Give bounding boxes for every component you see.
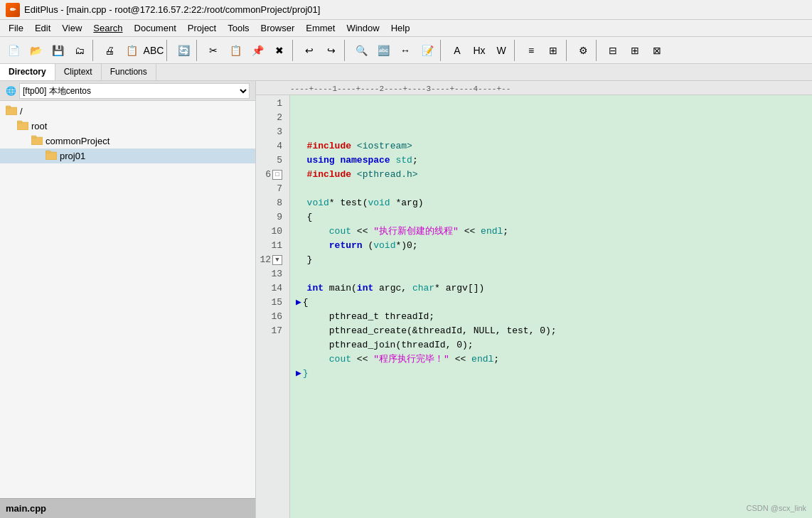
fold-arrow: ▶ — [296, 297, 301, 308]
sep5 — [344, 40, 348, 61]
panel-tab-directory[interactable]: Directory — [0, 64, 55, 80]
fold-marker-6[interactable]: □ — [272, 170, 282, 180]
toolbar-word[interactable]: W — [491, 40, 512, 61]
line-number-17: 17 — [256, 324, 285, 338]
svg-rect-7 — [31, 137, 43, 145]
line-number-7: 7 — [256, 182, 285, 196]
editor-area: ----+----1----+----2----+----3----+----4… — [256, 81, 812, 518]
fold-arrow: ▶ — [296, 368, 301, 379]
toolbar-save-all[interactable]: 🗂 — [69, 40, 90, 61]
code-line-2: using namespace std; — [296, 153, 806, 168]
code-line-9: } — [296, 253, 806, 267]
code-line-5: void* test(void *arg) — [296, 196, 806, 210]
code-line-13: pthread_t threadId; — [296, 310, 806, 324]
toolbar-cliptext[interactable]: 📝 — [417, 40, 438, 61]
toolbar-hex[interactable]: Hx — [469, 40, 490, 61]
toolbar-save[interactable]: 💾 — [47, 40, 68, 61]
toolbar-font[interactable]: A — [447, 40, 468, 61]
line-number-4: 4 — [256, 139, 285, 153]
file-tree: /rootcommonProjectproj01 — [0, 101, 255, 498]
fold-marker-12[interactable]: ▼ — [272, 255, 282, 265]
menu-item-search[interactable]: Search — [87, 21, 128, 35]
tree-item-root[interactable]: root — [0, 119, 255, 134]
sep2 — [166, 40, 171, 61]
tree-label: / — [20, 106, 23, 117]
code-line-16: cout << "程序执行完毕！" << endl; — [296, 352, 806, 367]
panel-tab-cliptext[interactable]: Cliptext — [55, 64, 102, 80]
toolbar-gotoline[interactable]: ↔ — [395, 40, 416, 61]
line-number-1: 1 — [256, 97, 285, 111]
toolbar-cut[interactable]: ✂ — [203, 40, 224, 61]
menu-item-tools[interactable]: Tools — [222, 21, 255, 35]
toolbar-misc[interactable]: ⊠ — [646, 40, 668, 61]
menu-item-view[interactable]: View — [56, 21, 87, 35]
panel-tab-functions[interactable]: Functions — [102, 64, 156, 80]
menu-bar: FileEditViewSearchDocumentProjectToolsBr… — [0, 20, 812, 37]
toolbar-print[interactable]: 🖨 — [99, 40, 120, 61]
toolbar-grid[interactable]: ⊞ — [624, 40, 646, 61]
line-number-3: 3 — [256, 125, 285, 139]
tree-item-commonProject[interactable]: commonProject — [0, 134, 255, 149]
code-line-14: pthread_create(&threadId, NULL, test, 0)… — [296, 324, 806, 338]
app-icon: ✏ — [6, 3, 20, 17]
toolbar-align[interactable]: ≡ — [520, 40, 542, 61]
svg-rect-5 — [17, 121, 22, 123]
toolbar-spell[interactable]: ABC — [143, 40, 164, 61]
line-number-9: 9 — [256, 210, 285, 225]
menu-item-help[interactable]: Help — [385, 21, 416, 35]
toolbar-columns[interactable]: ⊞ — [543, 40, 564, 61]
menu-item-emmet[interactable]: Emmet — [300, 21, 341, 35]
toolbar-copy[interactable]: 📋 — [225, 40, 246, 61]
folder-icon — [6, 105, 17, 117]
window-title: EditPlus - [main.cpp - root@172.16.57.2:… — [24, 4, 320, 15]
sep6 — [440, 40, 444, 61]
sep1 — [92, 40, 97, 61]
tree-label: commonProject — [46, 136, 109, 146]
code-line-12: ▶{ — [296, 296, 806, 310]
code-container[interactable]: 123456□789101112▼1314151617 #include <io… — [256, 95, 812, 518]
toolbar-settings[interactable]: ⚙ — [572, 40, 594, 61]
toolbar-redo[interactable]: ↪ — [321, 40, 342, 61]
tree-label: proj01 — [60, 151, 85, 161]
code-line-7: cout << "执行新创建的线程" << endl; — [296, 225, 806, 239]
code-line-17: ▶} — [296, 367, 806, 381]
toolbar-delete[interactable]: ✖ — [269, 40, 290, 61]
menu-item-browser[interactable]: Browser — [255, 21, 301, 35]
sidebar: 🌐 [ftp00] 本地centos /rootcommonProjectpro… — [0, 81, 256, 518]
code-content[interactable]: #include <iostream> using namespace std;… — [290, 95, 812, 518]
toolbar-refresh[interactable]: 🔄 — [173, 40, 194, 61]
main-layout: 🌐 [ftp00] 本地centos /rootcommonProjectpro… — [0, 81, 812, 518]
toolbar-mono[interactable]: ⊟ — [602, 40, 624, 61]
toolbar-open[interactable]: 📂 — [25, 40, 46, 61]
line-number-6: 6□ — [256, 168, 285, 182]
sidebar-footer: main.cpp — [0, 498, 255, 518]
line-number-14: 14 — [256, 281, 285, 296]
panel-tabs: DirectoryCliptextFunctions — [0, 64, 812, 81]
menu-item-file[interactable]: File — [3, 21, 29, 35]
line-number-11: 11 — [256, 239, 285, 253]
title-bar: ✏ EditPlus - [main.cpp - root@172.16.57.… — [0, 0, 812, 20]
toolbar-find[interactable]: 🔍 — [351, 40, 372, 61]
line-number-12: 12▼ — [256, 253, 285, 267]
tree-item-/[interactable]: / — [0, 104, 255, 119]
tree-label: root — [31, 121, 47, 131]
line-number-16: 16 — [256, 310, 285, 324]
menu-item-project[interactable]: Project — [182, 21, 222, 35]
toolbar-paste[interactable]: 📌 — [247, 40, 268, 61]
menu-item-edit[interactable]: Edit — [29, 21, 56, 35]
toolbar: 📄 📂 💾 🗂 🖨 📋 ABC 🔄 ✂ 📋 📌 ✖ ↩ ↪ 🔍 🔤 ↔ 📝 A … — [0, 37, 812, 64]
menu-item-window[interactable]: Window — [341, 21, 385, 35]
line-number-8: 8 — [256, 196, 285, 210]
toolbar-print2[interactable]: 📋 — [121, 40, 142, 61]
toolbar-new[interactable]: 📄 — [3, 40, 24, 61]
sep7 — [514, 40, 518, 61]
toolbar-findreplace[interactable]: 🔤 — [373, 40, 394, 61]
toolbar-undo[interactable]: ↩ — [299, 40, 320, 61]
svg-rect-4 — [17, 122, 28, 130]
line-number-10: 10 — [256, 225, 285, 239]
server-select[interactable]: [ftp00] 本地centos — [19, 83, 250, 99]
tree-item-proj01[interactable]: proj01 — [0, 149, 255, 163]
menu-item-document[interactable]: Document — [129, 21, 182, 35]
line-number-2: 2 — [256, 111, 285, 125]
code-line-6: { — [296, 210, 806, 225]
